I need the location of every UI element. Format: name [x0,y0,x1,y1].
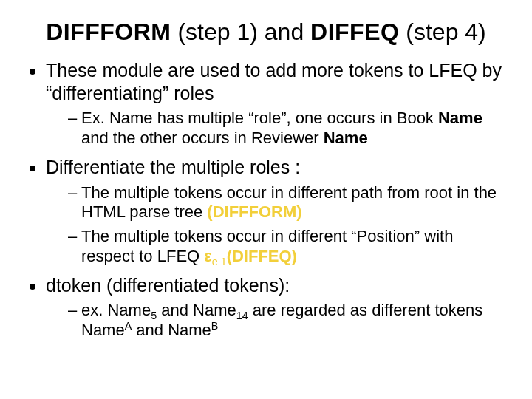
slide-title: DIFFFORM (step 1) and DIFFEQ (step 4) [28,18,504,46]
b3s1-sup1: A [125,320,132,332]
bullet-1-sub: Ex. Name has multiple “role”, one occurs… [46,109,504,149]
title-code-1: DIFFFORM [46,18,171,45]
b2s2-eps-char: ε [204,247,211,265]
bullet-list: These module are used to add more tokens… [28,59,504,341]
b1s1-c: and the other occurs in Reviewer [81,129,324,147]
b3s1-a: ex. Name [81,301,151,319]
b2s1-b: (DIFFFORM) [207,202,301,221]
b2s2-sub: e 1 [212,256,227,267]
b3s1-sup2: B [211,320,219,332]
b1s1-b: Name [438,109,482,127]
b2s2-eps: εe 1(DIFFEQ) [204,247,297,265]
bullet-2-sub-1: The multiple tokens occur in different p… [68,183,504,223]
bullet-2-text: Differentiate the multiple roles : [46,157,300,177]
bullet-3: dtoken (differentiated tokens): ex. Name… [46,274,504,341]
slide: DIFFFORM (step 1) and DIFFEQ (step 4) Th… [0,0,532,399]
bullet-1: These module are used to add more tokens… [46,59,504,149]
bullet-2-sub: The multiple tokens occur in different p… [46,183,504,267]
title-text-1: (step 1) [171,18,265,45]
b2s2-c: (DIFFEQ) [227,247,297,265]
title-text-2: (step 4) [399,18,485,45]
bullet-3-text: dtoken (differentiated tokens): [46,275,290,296]
bullet-3-sub: ex. Name5 and Name14 are regarded as dif… [46,301,504,341]
bullet-3-sub-1: ex. Name5 and Name14 are regarded as dif… [68,301,504,341]
b3s1-sub2: 14 [236,310,248,322]
title-and: and [265,18,304,45]
bullet-1-sub-1: Ex. Name has multiple “role”, one occurs… [68,109,504,149]
b3s1-b: and Name [157,301,236,319]
title-code-2: DIFFEQ [310,18,399,45]
bullet-2: Differentiate the multiple roles : The m… [46,156,504,267]
b3s1-d: and Name [132,321,211,339]
bullet-1-text: These module are used to add more tokens… [46,60,502,103]
b1s1-a: Ex. Name has multiple “role”, one occurs… [81,109,438,127]
bullet-2-sub-2: The multiple tokens occur in different “… [68,227,504,267]
b1s1-d: Name [324,129,368,147]
title-space [304,18,310,45]
